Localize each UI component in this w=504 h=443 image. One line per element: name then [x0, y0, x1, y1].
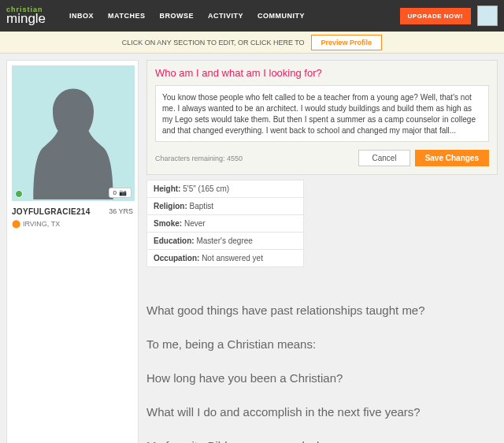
username: JOYFULGRACIE214 [12, 207, 91, 216]
detail-education: Education: Master's degree [146, 233, 304, 250]
char-counter: Characters remaining: 4550 [155, 154, 243, 162]
profile-details[interactable]: Height: 5'5" (165 cm) Religion: Baptist … [146, 180, 498, 267]
nav-community[interactable]: COMMUNITY [258, 12, 305, 20]
silhouette-icon [22, 75, 124, 201]
detail-height: Height: 5'5" (165 cm) [146, 180, 304, 198]
nav-activity[interactable]: ACTIVITY [208, 12, 243, 20]
prompt-five-years[interactable]: What will I do and accomplish in the nex… [146, 405, 498, 419]
essay-prompts: What good things have past relationships… [146, 275, 498, 443]
essay-textarea[interactable] [155, 85, 489, 142]
top-right: UPGRADE NOW! [400, 6, 498, 26]
camera-icon: 📷 [119, 189, 127, 196]
site-logo[interactable]: christian mingle [6, 6, 46, 24]
top-navbar: christian mingle INBOX MATCHES BROWSE AC… [0, 0, 504, 32]
upgrade-button[interactable]: UPGRADE NOW! [400, 8, 471, 24]
profile-card[interactable]: 0 📷 JOYFULGRACIE214 36 YRS ⬤ IRVING, TX [6, 60, 139, 443]
prompt-past-relationships[interactable]: What good things have past relationships… [146, 303, 498, 317]
nav-inbox[interactable]: INBOX [69, 12, 94, 20]
user-avatar-icon[interactable] [477, 6, 498, 26]
banner-text: CLICK ON ANY SECTION TO EDIT, OR CLICK H… [122, 39, 305, 47]
prompt-christian-means[interactable]: To me, being a Christian means: [146, 337, 498, 351]
detail-occupation: Occupation: Not answered yet [146, 250, 304, 267]
prompt-how-long-christian[interactable]: How long have you been a Christian? [146, 371, 498, 385]
logo-bottom: mingle [6, 13, 46, 24]
nav-matches[interactable]: MATCHES [108, 12, 145, 20]
preview-profile-button[interactable]: Preview Profile [311, 35, 383, 50]
edit-banner: CLICK ON ANY SECTION TO EDIT, OR CLICK H… [0, 32, 504, 54]
essay-editor: Who am I and what am I looking for? Char… [146, 60, 498, 175]
online-status-icon [15, 190, 23, 198]
photo-count-badge[interactable]: 0 📷 [109, 188, 132, 198]
location-pin-icon: ⬤ [12, 219, 20, 228]
photo-count: 0 [113, 189, 117, 196]
cancel-button[interactable]: Cancel [358, 150, 410, 166]
main-nav: INBOX MATCHES BROWSE ACTIVITY COMMUNITY [69, 12, 305, 20]
editor-title: Who am I and what am I looking for? [155, 67, 489, 79]
user-location: IRVING, TX [23, 220, 60, 228]
detail-religion: Religion: Baptist [146, 198, 304, 215]
user-age: 36 YRS [109, 207, 133, 216]
profile-photo-placeholder[interactable]: 0 📷 [12, 65, 135, 201]
save-button[interactable]: Save Changes [415, 150, 489, 166]
nav-browse[interactable]: BROWSE [159, 12, 194, 20]
detail-smoke: Smoke: Never [146, 215, 304, 233]
prompt-bible-passage[interactable]: My favorite Bible passage and why: [146, 439, 498, 443]
